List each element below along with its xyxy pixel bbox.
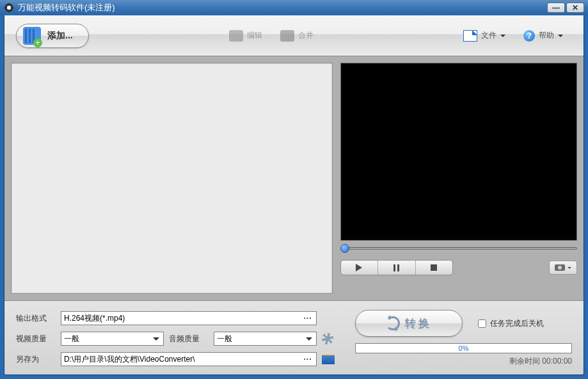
progress-text: 0%	[356, 344, 571, 353]
play-button[interactable]	[341, 261, 378, 275]
convert-label: 转换	[405, 316, 432, 331]
video-quality-label: 视频质量	[16, 334, 56, 344]
merge-button[interactable]: 合并	[280, 30, 314, 42]
player-controls	[340, 259, 577, 277]
pause-icon	[393, 264, 399, 271]
shutdown-checkbox[interactable]: 任务完成后关机	[478, 318, 544, 329]
file-icon	[463, 30, 477, 42]
edit-icon	[229, 30, 243, 42]
save-as-browse[interactable]: ···	[302, 355, 314, 364]
camera-icon	[555, 264, 565, 271]
pause-button[interactable]	[378, 261, 415, 275]
help-icon: ?	[523, 30, 535, 42]
preview-pane	[340, 63, 577, 294]
remaining-label: 剩余时间	[509, 357, 540, 366]
help-menu-label: 帮助	[539, 30, 554, 41]
add-button[interactable]: 添加...	[16, 24, 89, 48]
progress-bar: 0%	[355, 343, 572, 353]
stop-icon	[431, 264, 437, 271]
title-bar: 万能视频转码软件(未注册) — ✕	[0, 0, 588, 15]
play-icon	[356, 264, 366, 271]
file-list[interactable]	[11, 63, 333, 294]
file-menu-label: 文件	[481, 30, 497, 41]
output-format-label: 输出格式	[16, 313, 56, 324]
audio-quality-label: 音频质量	[169, 334, 209, 344]
file-menu[interactable]: 文件	[463, 30, 505, 42]
video-quality-select[interactable]: 一般	[61, 332, 164, 346]
chevron-down-icon	[500, 35, 505, 40]
merge-label: 合并	[298, 30, 314, 41]
video-quality-value: 一般	[64, 334, 152, 344]
merge-icon	[280, 30, 294, 42]
close-button[interactable]: ✕	[566, 3, 584, 13]
output-format-browse[interactable]: ···	[302, 314, 314, 323]
output-format-field[interactable]: H.264视频(*.mp4) ···	[61, 311, 317, 325]
chevron-down-icon	[152, 334, 161, 344]
settings: 输出格式 H.264视频(*.mp4) ··· 视频质量 一般 音频质量 一般	[16, 310, 336, 368]
shutdown-checkbox-input[interactable]	[478, 319, 486, 328]
chevron-down-icon	[568, 267, 571, 271]
settings-gear-icon[interactable]	[322, 333, 333, 344]
shutdown-label: 任务完成后关机	[490, 318, 544, 329]
edit-label: 编辑	[247, 30, 262, 41]
bottom-panel: 输出格式 H.264视频(*.mp4) ··· 视频质量 一般 音频质量 一般	[4, 300, 584, 375]
add-button-label: 添加...	[47, 30, 73, 42]
snapshot-button[interactable]	[549, 261, 577, 275]
seek-thumb[interactable]	[340, 244, 349, 253]
seek-slider[interactable]	[340, 245, 577, 252]
chevron-down-icon	[558, 35, 563, 40]
remaining-value: 00:00:00	[542, 357, 572, 366]
open-folder-icon[interactable]	[322, 354, 335, 364]
help-menu[interactable]: ? 帮助	[523, 30, 563, 42]
audio-quality-select[interactable]: 一般	[214, 332, 317, 346]
app-icon	[4, 3, 14, 13]
save-as-label: 另存为	[16, 354, 56, 365]
remaining-time: 剩余时间 00:00:00	[509, 356, 572, 367]
save-as-value: D:\用户目录\我的文档\VideoConverter\	[64, 354, 302, 365]
action-column: 转换 任务完成后关机 0% 剩余时间 00:00:00	[336, 310, 572, 368]
stop-button[interactable]	[416, 261, 452, 275]
convert-icon	[386, 316, 400, 330]
save-as-field[interactable]: D:\用户目录\我的文档\VideoConverter\ ···	[61, 352, 317, 366]
edit-button[interactable]: 编辑	[229, 30, 262, 42]
main-area	[4, 56, 584, 300]
toolbar: 添加... 编辑 合并 文件 ? 帮助	[4, 15, 584, 56]
minimize-button[interactable]: —	[547, 3, 565, 13]
window-title: 万能视频转码软件(未注册)	[18, 2, 546, 13]
chevron-down-icon	[305, 334, 314, 344]
audio-quality-value: 一般	[217, 334, 305, 344]
output-format-value: H.264视频(*.mp4)	[64, 313, 302, 324]
add-video-icon	[23, 27, 41, 45]
video-preview	[340, 63, 577, 241]
convert-button[interactable]: 转换	[355, 310, 463, 337]
